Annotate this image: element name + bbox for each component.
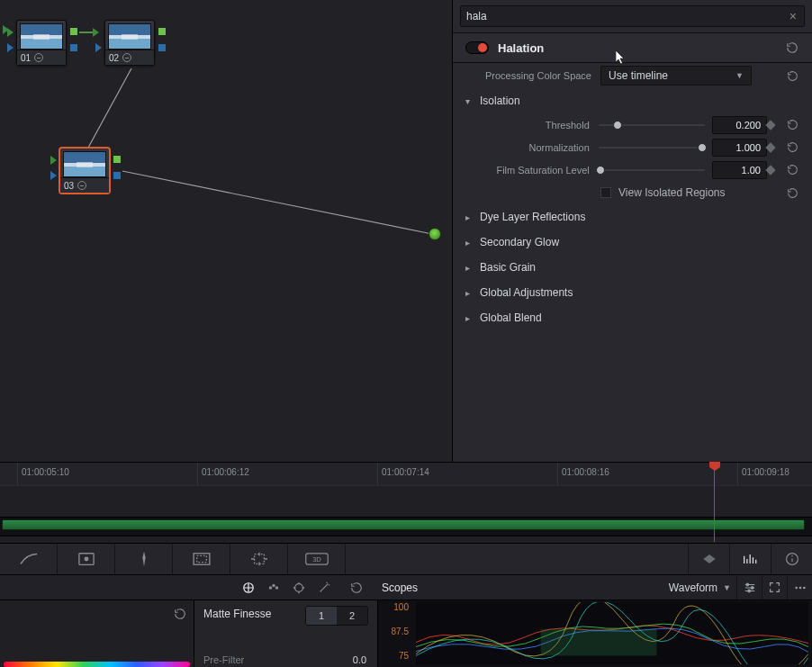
node-out-port[interactable] bbox=[113, 156, 121, 163]
section-basic-grain[interactable]: ▸Basic Grain bbox=[453, 255, 812, 280]
keyframe-icon[interactable] bbox=[765, 165, 775, 175]
svg-line-2 bbox=[122, 171, 432, 234]
reset-icon[interactable] bbox=[785, 68, 799, 83]
film-saturation-slider[interactable] bbox=[599, 164, 705, 176]
reset-icon[interactable] bbox=[785, 163, 799, 177]
view-isolated-checkbox[interactable] bbox=[600, 187, 611, 198]
qualifier-panel[interactable] bbox=[0, 600, 194, 667]
node-mask-in-port[interactable] bbox=[95, 43, 102, 52]
timeline[interactable]: 01:00:05:10 01:00:06:12 01:00:07:14 01:0… bbox=[0, 462, 812, 543]
svg-point-13 bbox=[269, 586, 273, 590]
threshold-value[interactable]: 0.200 bbox=[712, 116, 767, 134]
node-footer: 02 bbox=[105, 50, 154, 65]
node-mask-out-port[interactable] bbox=[113, 172, 121, 179]
matte-page-tabs[interactable]: 1 2 bbox=[305, 606, 368, 626]
svg-text:3D: 3D bbox=[312, 555, 321, 563]
reset-icon[interactable] bbox=[785, 118, 799, 132]
node-03[interactable]: 03 bbox=[59, 148, 110, 194]
scope-settings-icon[interactable] bbox=[736, 576, 762, 599]
processing-color-space-select[interactable]: Use timeline ▼ bbox=[600, 66, 752, 86]
svg-rect-6 bbox=[196, 555, 206, 562]
keyframe-icon[interactable] bbox=[765, 120, 775, 130]
timeline-clip[interactable] bbox=[2, 519, 805, 530]
normalization-label: Normalization bbox=[465, 142, 599, 153]
svg-point-16 bbox=[295, 583, 303, 591]
scope-type-select[interactable]: Waveform ▼ bbox=[669, 581, 731, 594]
normalization-value[interactable]: 1.000 bbox=[712, 139, 767, 157]
node-mask-out-port[interactable] bbox=[70, 44, 77, 51]
tool-qualifier[interactable] bbox=[115, 544, 173, 574]
section-global-blend[interactable]: ▸Global Blend bbox=[453, 305, 812, 330]
node-mask-out-port[interactable] bbox=[158, 44, 166, 51]
prefilter-value[interactable]: 0.0 bbox=[353, 654, 366, 665]
scope-expand-icon[interactable] bbox=[762, 576, 787, 599]
node-graph[interactable]: 01 02 03 bbox=[0, 0, 452, 462]
view-isolated-label: View Isolated Regions bbox=[618, 186, 726, 199]
node-in-port[interactable] bbox=[50, 156, 57, 165]
reset-icon[interactable] bbox=[174, 608, 186, 620]
effect-inspector: × Halation Processing Color Space Use ti… bbox=[452, 0, 812, 462]
svg-line-1 bbox=[88, 68, 131, 148]
tool-3d[interactable]: 3D bbox=[288, 544, 346, 574]
film-saturation-value[interactable]: 1.00 bbox=[712, 161, 767, 179]
node-in-port[interactable] bbox=[93, 28, 99, 37]
qualifier-mode-hsl[interactable] bbox=[261, 576, 286, 599]
qualifier-mode-wand[interactable] bbox=[311, 576, 337, 599]
node-02[interactable]: 02 bbox=[104, 20, 155, 66]
timeline-ruler[interactable]: 01:00:05:10 01:00:06:12 01:00:07:14 01:0… bbox=[0, 463, 812, 486]
ruler-tick: 01:00:05:10 bbox=[17, 463, 18, 486]
reset-icon[interactable] bbox=[785, 140, 799, 155]
graph-output-node[interactable] bbox=[429, 228, 441, 240]
effect-search-field[interactable]: × bbox=[460, 5, 805, 27]
effect-enable-toggle[interactable] bbox=[465, 41, 489, 54]
playhead[interactable] bbox=[714, 463, 715, 542]
section-global-adjustments[interactable]: ▸Global Adjustments bbox=[453, 280, 812, 305]
scope-y-axis: 100 87.5 75 bbox=[383, 602, 409, 661]
tool-window[interactable] bbox=[173, 544, 230, 574]
node-out-port[interactable] bbox=[70, 28, 77, 35]
timeline-track[interactable] bbox=[0, 517, 812, 536]
svg-point-15 bbox=[275, 586, 279, 590]
section-isolation[interactable]: ▾ Isolation bbox=[453, 88, 812, 113]
node-01[interactable]: 01 bbox=[16, 20, 67, 66]
node-mask-in-port[interactable] bbox=[50, 171, 57, 180]
reset-icon[interactable] bbox=[785, 185, 799, 200]
normalization-row: Normalization 1.000 bbox=[453, 136, 812, 158]
waveform-scope[interactable]: 100 87.5 75 bbox=[378, 600, 812, 667]
normalization-slider[interactable] bbox=[599, 141, 705, 154]
search-input[interactable] bbox=[466, 10, 788, 23]
svg-point-18 bbox=[751, 586, 753, 589]
node-footer: 01 bbox=[17, 50, 66, 65]
section-dye-layer[interactable]: ▸Dye Layer Reflections bbox=[453, 204, 812, 230]
tool-scopes[interactable] bbox=[729, 544, 771, 574]
tool-color-warper[interactable] bbox=[58, 544, 115, 574]
tool-curves[interactable] bbox=[0, 544, 58, 574]
qualifier-mode-luma[interactable] bbox=[286, 576, 311, 599]
chevron-right-icon: ▸ bbox=[465, 288, 474, 298]
svg-rect-5 bbox=[194, 554, 210, 564]
ruler-tick: 01:00:08:16 bbox=[557, 463, 558, 486]
node-mask-in-port[interactable] bbox=[7, 43, 14, 52]
tool-info[interactable] bbox=[771, 544, 812, 574]
matte-tab-1[interactable]: 1 bbox=[306, 607, 337, 625]
svg-rect-24 bbox=[541, 629, 657, 656]
scope-menu-icon[interactable] bbox=[787, 576, 812, 599]
matte-tab-2[interactable]: 2 bbox=[337, 607, 367, 625]
svg-point-14 bbox=[272, 583, 275, 587]
reset-icon[interactable] bbox=[785, 41, 799, 55]
fx-icon bbox=[34, 53, 43, 62]
tool-key[interactable] bbox=[688, 544, 729, 574]
tool-tracker[interactable] bbox=[230, 544, 288, 574]
hue-strip[interactable] bbox=[4, 662, 190, 667]
qualifier-mode-3d[interactable] bbox=[236, 576, 261, 599]
threshold-slider[interactable] bbox=[599, 119, 705, 131]
chevron-right-icon: ▸ bbox=[465, 263, 474, 273]
node-in-port[interactable] bbox=[7, 28, 14, 37]
keyframe-icon[interactable] bbox=[765, 142, 775, 152]
node-out-port[interactable] bbox=[158, 28, 166, 35]
scopes-label: Scopes bbox=[382, 581, 418, 594]
clear-search-icon[interactable]: × bbox=[788, 9, 798, 23]
svg-point-20 bbox=[795, 586, 798, 589]
reset-icon[interactable] bbox=[344, 576, 369, 599]
section-secondary-glow[interactable]: ▸Secondary Glow bbox=[453, 230, 812, 255]
